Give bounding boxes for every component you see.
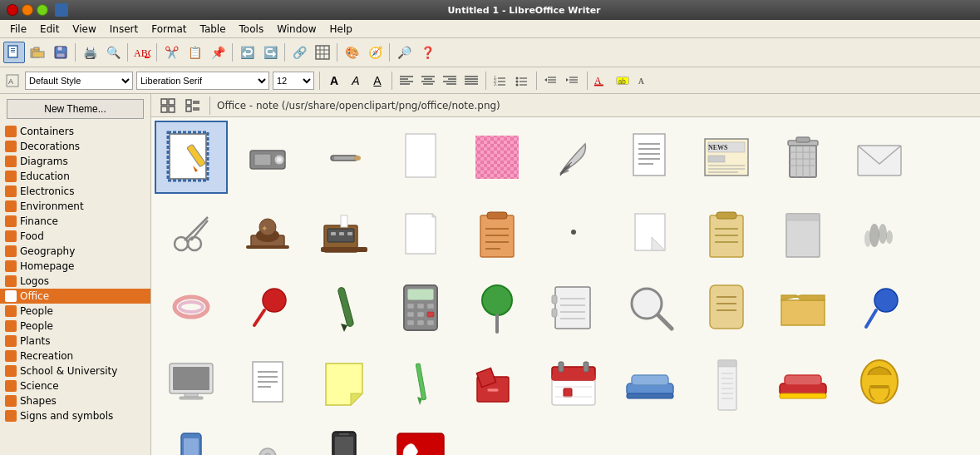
icon-address-book[interactable] bbox=[537, 270, 610, 344]
icon-monitor[interactable] bbox=[155, 345, 228, 418]
new-theme-button[interactable]: New Theme... bbox=[7, 99, 144, 119]
indent-button[interactable] bbox=[564, 72, 582, 90]
undo-button[interactable]: ↩️ bbox=[236, 42, 258, 63]
icon-folded-paper[interactable] bbox=[384, 195, 457, 269]
icon-blue-pin[interactable] bbox=[843, 270, 916, 344]
category-item-science[interactable]: Science bbox=[0, 378, 150, 393]
icon-phone-red-sign[interactable] bbox=[384, 420, 457, 455]
icon-feather[interactable] bbox=[537, 121, 610, 194]
icon-microphone[interactable] bbox=[231, 420, 304, 455]
icon-clipboard-light[interactable] bbox=[690, 195, 763, 269]
menu-help[interactable]: Help bbox=[323, 22, 358, 37]
new-button[interactable] bbox=[3, 42, 25, 63]
menu-format[interactable]: Format bbox=[145, 22, 193, 37]
icon-green-pen[interactable] bbox=[384, 345, 457, 418]
icon-clipboard-dark[interactable] bbox=[460, 195, 534, 269]
icon-sticky-note[interactable] bbox=[308, 345, 381, 418]
icon-folded-paper-2[interactable] bbox=[613, 195, 687, 269]
align-right-button[interactable] bbox=[441, 72, 459, 90]
category-item-school[interactable]: School & University bbox=[0, 364, 150, 378]
icon-thumbtack-green[interactable] bbox=[460, 270, 534, 344]
icon-envelope[interactable] bbox=[843, 121, 916, 194]
icon-calculator[interactable] bbox=[384, 270, 457, 344]
category-item-environment[interactable]: Environment bbox=[0, 199, 150, 214]
category-item-containers[interactable]: Containers bbox=[0, 124, 150, 139]
category-item-electronics[interactable]: Electronics bbox=[0, 184, 150, 199]
category-item-people2[interactable]: People bbox=[0, 319, 150, 334]
highlight-button[interactable]: ab bbox=[614, 72, 633, 90]
icon-rubber-band[interactable] bbox=[155, 270, 228, 344]
icon-notepad[interactable] bbox=[690, 345, 763, 418]
align-left-button[interactable] bbox=[397, 72, 416, 90]
category-item-education[interactable]: Education bbox=[0, 169, 150, 184]
navigator-button[interactable]: 🧭 bbox=[364, 42, 386, 63]
print-preview-button[interactable]: 🔍 bbox=[102, 42, 124, 63]
category-item-plants[interactable]: Plants bbox=[0, 334, 150, 349]
minimize-button[interactable] bbox=[22, 4, 33, 16]
category-item-decorations[interactable]: Decorations bbox=[0, 139, 150, 154]
icon-silver-paper[interactable] bbox=[766, 195, 840, 269]
hyperlink-button[interactable]: 🔗 bbox=[288, 42, 310, 63]
icon-projector[interactable] bbox=[231, 121, 304, 194]
spell-button[interactable]: ABC bbox=[131, 42, 153, 63]
zoom-button[interactable]: 🔎 bbox=[393, 42, 415, 63]
icon-blank-paper[interactable] bbox=[384, 121, 457, 194]
paste-button[interactable]: 📌 bbox=[207, 42, 229, 63]
char-style-button[interactable]: A bbox=[636, 72, 654, 90]
icon-dot[interactable] bbox=[537, 195, 610, 269]
category-item-finance[interactable]: Finance bbox=[0, 214, 150, 229]
menu-table[interactable]: Table bbox=[194, 22, 233, 37]
icon-note[interactable] bbox=[155, 121, 228, 194]
icon-document-small[interactable] bbox=[231, 345, 304, 418]
menu-view[interactable]: View bbox=[66, 22, 102, 37]
copy-button[interactable]: 📋 bbox=[184, 42, 205, 63]
icon-folder[interactable] bbox=[766, 270, 840, 344]
print-button[interactable]: 🖨️ bbox=[79, 42, 101, 63]
category-item-signs[interactable]: Signs and symbols bbox=[0, 408, 150, 423]
icon-green-pencil[interactable] bbox=[308, 270, 381, 344]
icon-dust-clouds[interactable] bbox=[843, 195, 916, 269]
numbering-button[interactable]: 1.2.3. bbox=[491, 72, 510, 90]
justify-button[interactable] bbox=[462, 72, 480, 90]
bullets-button[interactable] bbox=[513, 72, 531, 90]
menu-window[interactable]: Window bbox=[270, 22, 323, 37]
grid-view-button[interactable] bbox=[158, 96, 178, 115]
category-item-food[interactable]: Food bbox=[0, 229, 150, 244]
help-button[interactable]: ❓ bbox=[416, 42, 438, 63]
italic-button[interactable]: A bbox=[347, 72, 365, 90]
icon-newspaper[interactable]: NEWS bbox=[690, 121, 763, 194]
icon-pencil[interactable] bbox=[308, 121, 381, 194]
list-view-button[interactable] bbox=[183, 96, 203, 115]
icon-red-pin[interactable] bbox=[231, 270, 304, 344]
outdent-button[interactable] bbox=[542, 72, 560, 90]
category-item-office[interactable]: Office bbox=[0, 289, 150, 304]
icon-scissors[interactable] bbox=[155, 195, 228, 269]
font-dropdown[interactable]: Liberation Serif bbox=[136, 72, 269, 90]
category-item-homepage[interactable]: Homepage bbox=[0, 259, 150, 274]
align-center-button[interactable] bbox=[419, 72, 437, 90]
underline-button[interactable]: A bbox=[368, 72, 387, 90]
window-controls[interactable] bbox=[7, 4, 48, 16]
category-item-shapes[interactable]: Shapes bbox=[0, 393, 150, 408]
icon-cash-register[interactable] bbox=[308, 195, 381, 269]
icon-document-lines[interactable] bbox=[613, 121, 687, 194]
icon-stapler-blue[interactable] bbox=[613, 345, 687, 418]
category-item-logos[interactable]: Logos bbox=[0, 274, 150, 289]
font-size-dropdown[interactable]: 12 bbox=[273, 72, 314, 90]
icon-phone-yellow[interactable] bbox=[843, 345, 916, 418]
icon-red-file-drawer[interactable] bbox=[460, 345, 534, 418]
icon-calendar[interactable] bbox=[537, 345, 610, 418]
icon-mobile-blue[interactable] bbox=[155, 420, 228, 455]
category-item-recreation[interactable]: Recreation bbox=[0, 349, 150, 364]
table-button[interactable] bbox=[312, 42, 333, 63]
font-color-button[interactable]: A bbox=[593, 72, 611, 90]
style-button[interactable]: 🎨 bbox=[341, 42, 362, 63]
save-button[interactable] bbox=[50, 42, 71, 63]
category-item-geography[interactable]: Geography bbox=[0, 244, 150, 259]
icon-mobile-black[interactable] bbox=[308, 420, 381, 455]
category-item-diagrams[interactable]: Diagrams bbox=[0, 154, 150, 169]
cut-button[interactable]: ✂️ bbox=[160, 42, 182, 63]
icon-grid-pattern[interactable] bbox=[460, 121, 534, 194]
menu-file[interactable]: File bbox=[3, 22, 33, 37]
icon-magnify[interactable] bbox=[613, 270, 687, 344]
